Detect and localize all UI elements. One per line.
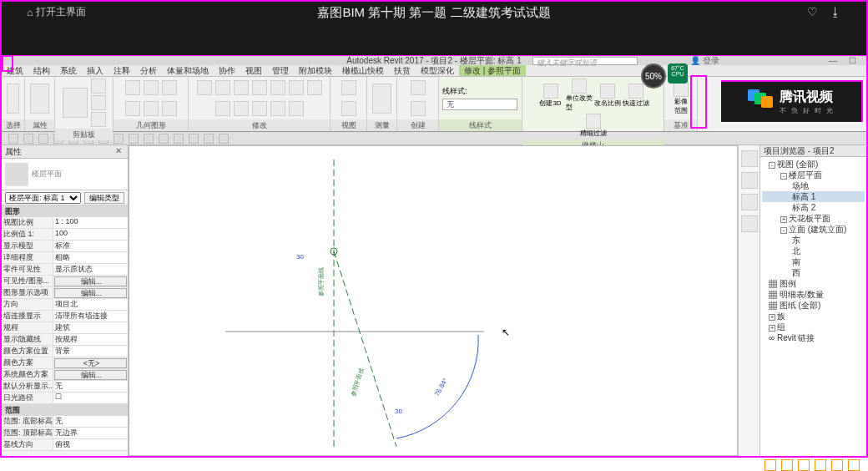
property-value[interactable]: 100 — [53, 229, 128, 240]
ribbon-tab[interactable]: 橄榄山快模 — [337, 65, 389, 76]
ribbon-tab[interactable]: 插入 — [82, 65, 108, 76]
modify-tool[interactable] — [252, 80, 267, 95]
property-value[interactable]: 编辑... — [54, 288, 127, 298]
property-value[interactable]: 1 : 100 — [53, 217, 128, 228]
property-value[interactable]: 俯视 — [53, 439, 128, 450]
qat-tool[interactable] — [114, 134, 124, 144]
olive-tool[interactable] — [600, 84, 615, 99]
ribbon-tab[interactable]: 模型深化 — [416, 65, 459, 76]
properties-tool[interactable] — [30, 84, 49, 114]
qat-tool[interactable] — [159, 134, 169, 144]
property-value[interactable]: 按规程 — [53, 334, 128, 345]
property-row[interactable]: 颜色方案<无> — [2, 357, 128, 369]
qat-tool[interactable] — [23, 134, 33, 144]
ribbon-tab[interactable]: 分析 — [135, 65, 162, 76]
property-value[interactable]: ☐ — [53, 392, 128, 403]
modify-tool[interactable] — [252, 101, 267, 116]
ribbon-tab[interactable]: 附加模块 — [294, 65, 337, 76]
ribbon-tab[interactable]: 注释 — [108, 65, 135, 76]
tree-node[interactable]: -视图 (全部) — [762, 159, 865, 170]
nav-wheel-icon[interactable] — [741, 172, 758, 189]
ribbon-tab[interactable]: 修改 | 参照平面 — [459, 65, 526, 76]
tree-node[interactable]: ▦ 图纸 (全部) — [762, 300, 865, 311]
property-value[interactable]: 项目北 — [53, 299, 128, 310]
property-value[interactable]: 无边界 — [53, 428, 128, 438]
modify-tool[interactable] — [307, 80, 322, 95]
property-row[interactable]: 图形显示选项编辑... — [2, 287, 128, 299]
qat-tool[interactable] — [174, 134, 184, 144]
property-row[interactable]: 范围: 顶部标高无边界 — [2, 428, 128, 439]
close-properties-button[interactable]: ✕ — [113, 146, 124, 158]
tree-node[interactable]: 西 — [762, 267, 865, 278]
ribbon-tab[interactable]: 管理 — [267, 65, 294, 76]
login-button[interactable]: 👤 登录 — [690, 55, 719, 67]
ribbon-tab[interactable]: 视图 — [240, 65, 267, 76]
minimize-button[interactable]: — — [829, 56, 837, 65]
property-value[interactable]: <无> — [54, 358, 127, 368]
view-tool[interactable] — [341, 80, 356, 95]
modify-tool[interactable] — [270, 80, 285, 95]
type-selector[interactable]: 楼层平面 — [2, 159, 128, 190]
create-tool[interactable] — [411, 101, 426, 116]
modify-tool[interactable] — [289, 101, 304, 116]
property-row[interactable]: 方向项目北 — [2, 299, 128, 311]
modify-tool[interactable] — [270, 101, 285, 116]
property-value[interactable]: 标准 — [53, 241, 128, 251]
ribbon-tab[interactable]: 系统 — [55, 65, 82, 76]
property-value[interactable]: 显示原状态 — [53, 264, 128, 275]
property-row[interactable]: 系统颜色方案编辑... — [2, 369, 128, 381]
bottom-icon[interactable] — [815, 459, 826, 471]
property-value[interactable]: 粗略 — [53, 252, 128, 263]
qat-tool[interactable] — [129, 134, 139, 144]
qat-tool[interactable] — [144, 134, 154, 144]
tree-node[interactable]: +天花板平面 — [762, 213, 865, 224]
browser-tree[interactable]: -视图 (全部)-楼层平面场地标高 1标高 2+天花板平面-立面 (建筑立面)东… — [760, 157, 866, 345]
create-tool[interactable] — [411, 80, 426, 95]
property-value[interactable]: 编辑... — [54, 276, 127, 286]
view-tool[interactable] — [341, 101, 356, 116]
qat-tool[interactable] — [38, 134, 48, 144]
property-row[interactable]: 比例值 1:100 — [2, 229, 128, 241]
geom-tool[interactable] — [144, 101, 159, 116]
property-value[interactable]: 背景 — [53, 346, 128, 357]
bottom-icon[interactable] — [765, 459, 776, 471]
tree-node[interactable]: -楼层平面 — [762, 170, 865, 180]
search-input[interactable]: 键入关键字或短语 — [532, 57, 638, 65]
open-home-button[interactable]: ⌂ 打开主界面 — [27, 5, 86, 19]
tree-node[interactable]: 南 — [762, 256, 865, 267]
modify-tool[interactable] — [289, 80, 304, 95]
geom-tool[interactable] — [162, 101, 177, 116]
property-row[interactable]: 详细程度粗略 — [2, 252, 128, 264]
qat-tool[interactable] — [219, 134, 229, 144]
maximize-button[interactable]: ☐ — [849, 56, 856, 65]
tree-node[interactable]: +组 — [762, 322, 865, 332]
zoom-icon[interactable] — [741, 215, 758, 232]
linestyle-dropdown[interactable]: 无 — [442, 99, 517, 110]
geom-tool[interactable] — [125, 80, 140, 95]
ribbon-tab[interactable]: 结构 — [28, 65, 55, 76]
qat-tool[interactable] — [204, 134, 214, 144]
tree-node[interactable]: 东 — [762, 235, 865, 246]
olive-tool[interactable] — [586, 114, 601, 129]
ribbon-tab[interactable]: 体量和场地 — [162, 65, 214, 76]
property-row[interactable]: 范围: 底部标高无 — [2, 416, 128, 428]
property-row[interactable]: 日光路径☐ — [2, 392, 128, 404]
property-value[interactable]: 清理所有墙连接 — [53, 311, 128, 322]
olive-tool[interactable] — [572, 78, 587, 94]
tree-node[interactable]: 标高 2 — [762, 202, 865, 213]
tree-node[interactable]: 场地 — [762, 180, 865, 191]
modify-tool[interactable] — [215, 101, 230, 116]
property-value[interactable]: 无 — [53, 416, 128, 427]
tree-node[interactable]: ∞ Revit 链接 — [762, 332, 865, 343]
modify-tool[interactable] — [197, 80, 212, 95]
olive-tool[interactable] — [543, 84, 558, 99]
modify-tool[interactable] — [215, 80, 230, 95]
bottom-icon[interactable] — [848, 459, 860, 471]
olive-tool[interactable] — [628, 84, 643, 99]
qat-tool[interactable] — [189, 134, 199, 144]
bottom-icon[interactable] — [781, 459, 793, 471]
copy-tool[interactable] — [91, 95, 106, 110]
paste-tool[interactable] — [63, 88, 88, 118]
viewcube-icon[interactable] — [741, 150, 758, 167]
tree-node[interactable]: +族 — [762, 311, 865, 322]
